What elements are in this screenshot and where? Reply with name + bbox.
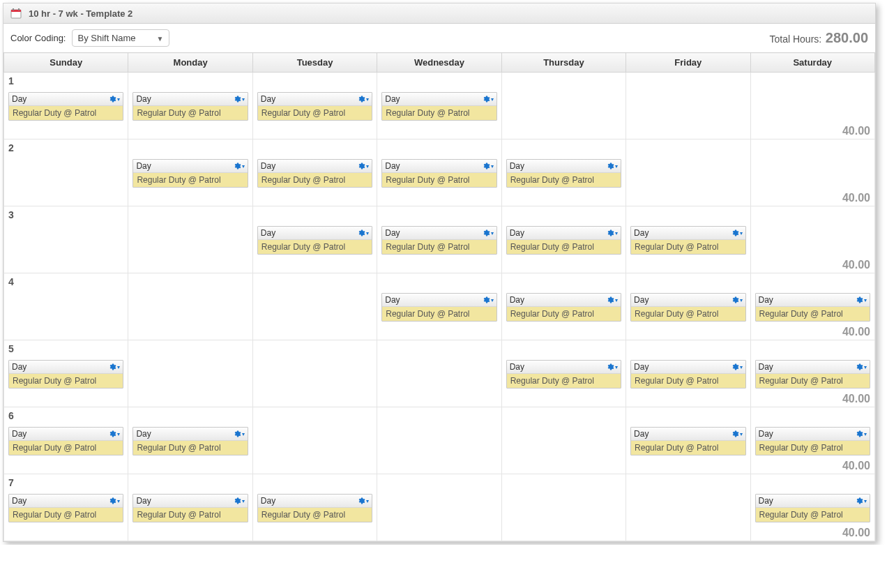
day-cell[interactable]: Day▾Regular Duty @ Patrol: [252, 206, 377, 273]
gear-icon[interactable]: ▾: [233, 430, 245, 438]
day-cell[interactable]: Day▾Regular Duty @ Patrol: [128, 474, 252, 541]
day-cell[interactable]: Day▾Regular Duty @ Patrol: [128, 140, 252, 206]
gear-icon[interactable]: ▾: [357, 162, 369, 170]
shift-card[interactable]: Day▾Regular Duty @ Patrol: [257, 494, 372, 522]
shift-card[interactable]: Day▾Regular Duty @ Patrol: [8, 360, 123, 389]
day-cell[interactable]: 3: [4, 206, 128, 273]
shift-card[interactable]: Day▾Regular Duty @ Patrol: [506, 226, 621, 255]
shift-card[interactable]: Day▾Regular Duty @ Patrol: [755, 293, 870, 322]
day-cell[interactable]: 40.00Day▾Regular Duty @ Patrol: [750, 474, 874, 541]
day-cell[interactable]: [501, 474, 626, 541]
shift-card[interactable]: Day▾Regular Duty @ Patrol: [132, 427, 248, 455]
gear-icon[interactable]: ▾: [233, 162, 245, 170]
gear-icon[interactable]: ▾: [108, 497, 120, 505]
day-cell[interactable]: [626, 73, 750, 140]
gear-icon[interactable]: ▾: [108, 95, 120, 103]
shift-card[interactable]: Day▾Regular Duty @ Patrol: [630, 427, 745, 455]
day-cell[interactable]: 40.00: [750, 206, 874, 273]
day-cell[interactable]: Day▾Regular Duty @ Patrol: [252, 474, 377, 541]
gear-icon[interactable]: ▾: [357, 497, 369, 505]
gear-icon[interactable]: ▾: [108, 430, 120, 438]
day-cell[interactable]: 1Day▾Regular Duty @ Patrol: [4, 73, 128, 140]
day-cell[interactable]: 5Day▾Regular Duty @ Patrol: [4, 340, 128, 407]
day-cell[interactable]: Day▾Regular Duty @ Patrol: [501, 273, 626, 340]
day-cell[interactable]: [128, 340, 252, 407]
day-cell[interactable]: 40.00: [750, 73, 874, 140]
day-cell[interactable]: [252, 340, 377, 407]
day-cell[interactable]: [252, 407, 377, 474]
shift-card[interactable]: Day▾Regular Duty @ Patrol: [630, 293, 745, 322]
shift-card[interactable]: Day▾Regular Duty @ Patrol: [8, 92, 123, 121]
gear-icon[interactable]: ▾: [482, 162, 494, 170]
shift-card[interactable]: Day▾Regular Duty @ Patrol: [257, 159, 372, 188]
gear-icon[interactable]: ▾: [606, 296, 618, 304]
gear-icon[interactable]: ▾: [731, 363, 743, 371]
day-cell[interactable]: Day▾Regular Duty @ Patrol: [501, 140, 626, 206]
day-cell[interactable]: 40.00Day▾Regular Duty @ Patrol: [750, 273, 874, 340]
day-cell[interactable]: Day▾Regular Duty @ Patrol: [377, 206, 501, 273]
shift-card[interactable]: Day▾Regular Duty @ Patrol: [132, 92, 248, 121]
gear-icon[interactable]: ▾: [482, 229, 494, 237]
day-cell[interactable]: 4: [4, 273, 128, 340]
gear-icon[interactable]: ▾: [606, 229, 618, 237]
color-coding-select[interactable]: By Shift Name: [72, 29, 169, 47]
shift-card[interactable]: Day▾Regular Duty @ Patrol: [132, 159, 248, 188]
gear-icon[interactable]: ▾: [108, 363, 120, 371]
gear-icon[interactable]: ▾: [357, 229, 369, 237]
day-cell[interactable]: 40.00: [750, 140, 874, 206]
day-cell[interactable]: 2: [4, 140, 128, 206]
gear-icon[interactable]: ▾: [855, 363, 867, 371]
day-cell[interactable]: Day▾Regular Duty @ Patrol: [377, 73, 501, 140]
gear-icon[interactable]: ▾: [731, 430, 743, 438]
day-cell[interactable]: Day▾Regular Duty @ Patrol: [501, 340, 626, 407]
shift-card[interactable]: Day▾Regular Duty @ Patrol: [630, 226, 745, 255]
day-cell[interactable]: Day▾Regular Duty @ Patrol: [252, 73, 377, 140]
day-cell[interactable]: Day▾Regular Duty @ Patrol: [128, 73, 252, 140]
shift-card[interactable]: Day▾Regular Duty @ Patrol: [8, 427, 123, 455]
gear-icon[interactable]: ▾: [482, 95, 494, 103]
shift-card[interactable]: Day▾Regular Duty @ Patrol: [257, 226, 372, 255]
day-cell[interactable]: Day▾Regular Duty @ Patrol: [501, 206, 626, 273]
shift-card[interactable]: Day▾Regular Duty @ Patrol: [755, 427, 870, 455]
gear-icon[interactable]: ▾: [606, 363, 618, 371]
day-cell[interactable]: [501, 73, 626, 140]
shift-card[interactable]: Day▾Regular Duty @ Patrol: [506, 159, 621, 188]
day-cell[interactable]: [128, 206, 252, 273]
day-cell[interactable]: [377, 407, 501, 474]
gear-icon[interactable]: ▾: [606, 162, 618, 170]
shift-card[interactable]: Day▾Regular Duty @ Patrol: [381, 293, 496, 322]
shift-card[interactable]: Day▾Regular Duty @ Patrol: [381, 226, 496, 255]
day-cell[interactable]: [626, 140, 750, 206]
day-cell[interactable]: Day▾Regular Duty @ Patrol: [377, 140, 501, 206]
gear-icon[interactable]: ▾: [731, 229, 743, 237]
gear-icon[interactable]: ▾: [855, 430, 867, 438]
shift-card[interactable]: Day▾Regular Duty @ Patrol: [630, 360, 745, 389]
shift-card[interactable]: Day▾Regular Duty @ Patrol: [755, 360, 870, 389]
day-cell[interactable]: Day▾Regular Duty @ Patrol: [626, 273, 750, 340]
day-cell[interactable]: 40.00Day▾Regular Duty @ Patrol: [750, 340, 874, 407]
day-cell[interactable]: [501, 407, 626, 474]
day-cell[interactable]: [377, 474, 501, 541]
day-cell[interactable]: [377, 340, 501, 407]
gear-icon[interactable]: ▾: [357, 95, 369, 103]
day-cell[interactable]: Day▾Regular Duty @ Patrol: [377, 273, 501, 340]
gear-icon[interactable]: ▾: [731, 296, 743, 304]
shift-card[interactable]: Day▾Regular Duty @ Patrol: [381, 92, 496, 121]
shift-card[interactable]: Day▾Regular Duty @ Patrol: [755, 494, 870, 522]
day-cell[interactable]: Day▾Regular Duty @ Patrol: [252, 140, 377, 206]
day-cell[interactable]: 6Day▾Regular Duty @ Patrol: [4, 407, 128, 474]
day-cell[interactable]: Day▾Regular Duty @ Patrol: [626, 340, 750, 407]
gear-icon[interactable]: ▾: [233, 95, 245, 103]
day-cell[interactable]: 7Day▾Regular Duty @ Patrol: [4, 474, 128, 541]
shift-card[interactable]: Day▾Regular Duty @ Patrol: [257, 92, 372, 121]
day-cell[interactable]: Day▾Regular Duty @ Patrol: [626, 206, 750, 273]
day-cell[interactable]: 40.00Day▾Regular Duty @ Patrol: [750, 407, 874, 474]
day-cell[interactable]: [626, 474, 750, 541]
day-cell[interactable]: [252, 273, 377, 340]
shift-card[interactable]: Day▾Regular Duty @ Patrol: [132, 494, 248, 522]
gear-icon[interactable]: ▾: [855, 497, 867, 505]
day-cell[interactable]: Day▾Regular Duty @ Patrol: [626, 407, 750, 474]
day-cell[interactable]: Day▾Regular Duty @ Patrol: [128, 407, 252, 474]
gear-icon[interactable]: ▾: [482, 296, 494, 304]
day-cell[interactable]: [128, 273, 252, 340]
